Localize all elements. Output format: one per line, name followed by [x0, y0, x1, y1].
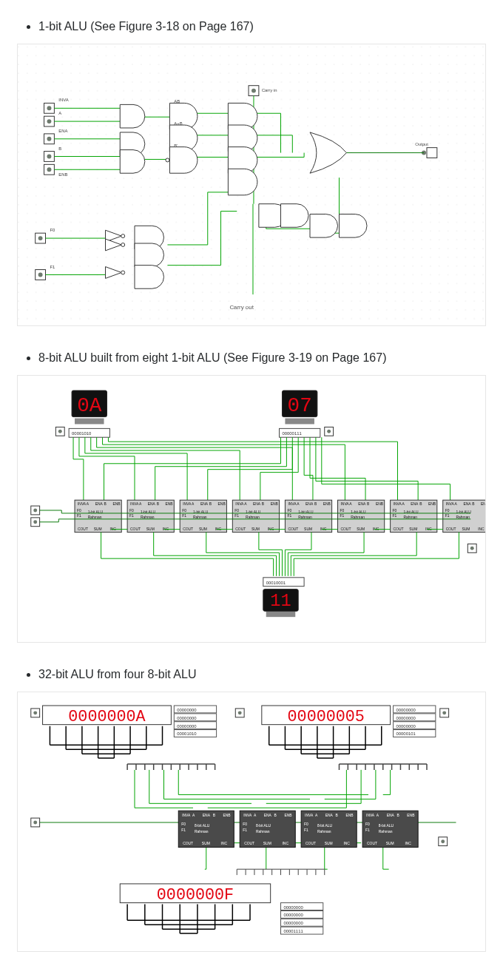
svg-text:ENB: ENB [345, 814, 354, 817]
svg-text:00010001: 00010001 [266, 581, 286, 585]
section-3-title: 32-bit ALU from four 8-bit ALU [38, 666, 485, 683]
svg-text:Output: Output [415, 142, 428, 146]
svg-text:00000000: 00000000 [283, 921, 303, 925]
svg-text:COUT: COUT [446, 527, 456, 531]
svg-text:Rahman: Rahman [379, 830, 393, 834]
svg-text:INC: INC [215, 527, 222, 531]
svg-text:8-bit ALU: 8-bit ALU [317, 824, 333, 828]
svg-point-192 [442, 711, 446, 714]
display-a-32: 0000000A [31, 706, 172, 726]
svg-point-246 [33, 821, 37, 825]
svg-point-158 [33, 520, 37, 524]
svg-text:00000000: 00000000 [396, 716, 416, 720]
svg-text:Carry in: Carry in [262, 88, 277, 92]
svg-text:COUT: COUT [183, 527, 193, 531]
svg-text:ENA: ENA [463, 502, 471, 506]
svg-text:F0: F0 [340, 509, 344, 513]
svg-text:00000005: 00000005 [288, 708, 365, 726]
svg-text:Rahman: Rahman [456, 516, 470, 519]
svg-text:F0: F0 [287, 509, 291, 513]
svg-text:INVA: INVA [288, 502, 297, 506]
alu-8bit-block: INVAAENABENBF0F18-bit ALURahmanCOUTSUMIN… [362, 811, 418, 847]
svg-rect-46 [285, 419, 314, 425]
carry-out-label: Carry out [229, 304, 254, 311]
svg-text:F1: F1 [50, 265, 55, 269]
svg-text:F0: F0 [445, 509, 450, 513]
svg-point-160 [470, 547, 474, 550]
svg-text:AB: AB [174, 99, 180, 104]
svg-text:F0: F0 [50, 228, 55, 232]
svg-text:COUT: COUT [235, 527, 246, 531]
svg-point-156 [33, 509, 37, 513]
svg-text:11: 11 [270, 591, 291, 611]
display-a: 0A [72, 391, 107, 424]
svg-text:ENA: ENA [411, 502, 419, 506]
svg-text:Rahman: Rahman [317, 830, 331, 834]
svg-text:ENB: ENB [481, 502, 485, 506]
svg-text:00000101: 00000101 [396, 731, 416, 736]
svg-text:INVA: INVA [340, 502, 349, 506]
svg-point-180 [238, 711, 242, 714]
svg-text:ENB: ENB [428, 502, 436, 506]
svg-text:COUT: COUT [183, 842, 193, 845]
svg-text:SUM: SUM [325, 842, 333, 845]
svg-text:00000000: 00000000 [396, 724, 416, 729]
svg-text:ENB: ENB [112, 502, 121, 506]
svg-point-168 [33, 711, 37, 714]
svg-text:INVA: INVA [394, 502, 402, 506]
alu-8bit-block: INVAAENABENBF0F18-bit ALURahmanCOUTSUMIN… [240, 811, 295, 847]
svg-text:INC: INC [405, 842, 411, 845]
svg-text:COUT: COUT [305, 842, 316, 845]
svg-text:F1: F1 [393, 514, 397, 518]
svg-point-18 [38, 236, 43, 240]
inc-pin-right [467, 544, 476, 552]
svg-text:SUM: SUM [409, 527, 417, 531]
svg-point-24 [252, 89, 256, 93]
svg-text:COUT: COUT [340, 527, 351, 531]
figure-32-bit-alu: 0000000A 00000000 00000000 00000000 0000… [18, 692, 485, 951]
svg-text:F1: F1 [182, 514, 186, 518]
svg-text:F1: F1 [243, 828, 247, 832]
svg-text:F1: F1 [445, 514, 450, 518]
svg-text:00000111: 00000111 [282, 431, 301, 436]
svg-point-35 [121, 271, 125, 274]
svg-text:0000000F: 0000000F [157, 886, 234, 905]
svg-text:0000000A: 0000000A [68, 708, 146, 726]
svg-text:SUM: SUM [94, 527, 102, 531]
figure-1-bit-alu: INVA A ENA B ENB F0 F1 Carry in [18, 44, 485, 325]
alu-1bit-block: INVAAENABENBF0F11-bit ALURahmanCOUTSUMIN… [443, 500, 485, 532]
svg-text:00001111: 00001111 [283, 929, 303, 933]
svg-text:Rahman: Rahman [298, 516, 312, 519]
svg-point-248 [441, 839, 445, 843]
svg-text:SUM: SUM [263, 842, 271, 845]
svg-text:F1: F1 [234, 514, 239, 518]
svg-text:INC: INC [478, 527, 485, 531]
svg-rect-163 [266, 611, 296, 617]
binary-a-32: 00000000 00000000 00000000 00001010 [174, 706, 216, 737]
svg-text:F1: F1 [340, 514, 344, 518]
svg-text:8-bit ALU: 8-bit ALU [379, 824, 394, 828]
svg-text:ENB: ENB [165, 502, 173, 506]
svg-text:F1: F1 [129, 514, 134, 518]
svg-text:COUT: COUT [78, 527, 88, 531]
svg-text:00000000: 00000000 [177, 716, 197, 720]
section-1-title: 1-bit ALU (See Figure 3-18 on Page 167) [38, 18, 485, 36]
svg-text:SUM: SUM [304, 527, 312, 531]
svg-text:COUT: COUT [130, 527, 141, 531]
svg-point-15 [47, 167, 52, 172]
svg-text:F1: F1 [365, 828, 370, 832]
svg-text:ENB: ENB [284, 814, 292, 817]
svg-text:A: A [58, 111, 61, 115]
svg-text:INC: INC [268, 527, 274, 531]
svg-text:F1: F1 [304, 828, 308, 832]
svg-text:INVA: INVA [235, 502, 244, 506]
svg-text:INC: INC [163, 527, 169, 531]
svg-text:00001010: 00001010 [72, 431, 92, 436]
svg-text:07: 07 [288, 394, 312, 417]
section-2-title: 8-bit ALU built from eight 1-bit ALU (Se… [38, 349, 485, 367]
svg-text:INC: INC [425, 527, 432, 531]
svg-text:F1: F1 [181, 828, 186, 832]
svg-text:INVA: INVA [446, 502, 455, 506]
alu-1bit-block: INVAAENABENBF0F11-bit ALURahmanCOUTSUMIN… [338, 500, 385, 532]
svg-text:00000000: 00000000 [396, 708, 416, 712]
